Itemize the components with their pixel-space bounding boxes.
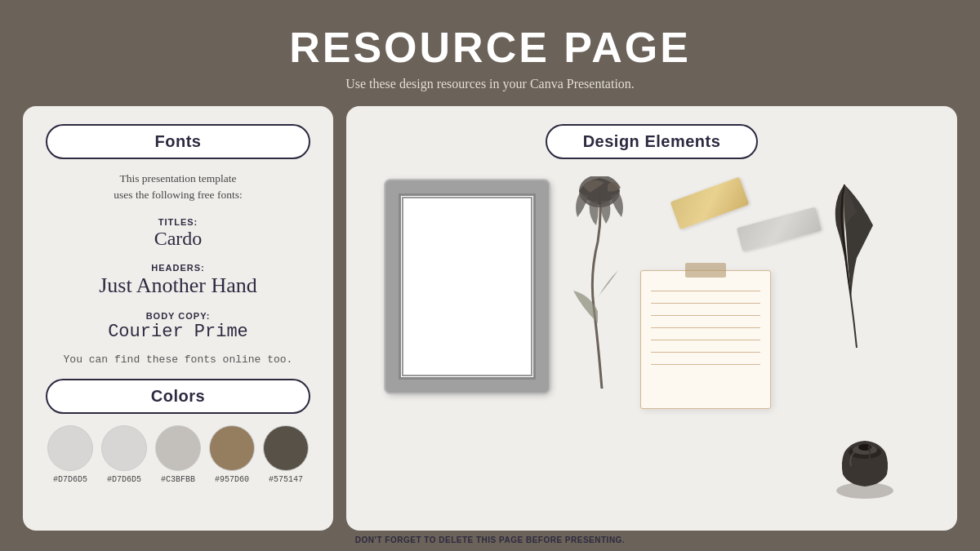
- swatch-circle-1: [47, 425, 93, 471]
- swatch-circle-2: [101, 425, 147, 471]
- body-font-name: Courier Prime: [46, 322, 310, 342]
- swatch-circle-3: [155, 425, 201, 471]
- swatch-hex-5: #575147: [269, 475, 303, 484]
- gray-tape: [737, 207, 822, 252]
- headers-font-entry: HEADERS: Just Another Hand: [46, 263, 310, 298]
- notepad-line-2: [651, 303, 760, 304]
- frame-outer: [385, 180, 549, 393]
- swatch-circle-4: [209, 425, 255, 471]
- fonts-note: You can find these fonts online too.: [46, 353, 310, 366]
- elements-area: [369, 172, 934, 514]
- swatch-hex-4: #957D60: [215, 475, 249, 484]
- notepad-line-3: [651, 315, 760, 316]
- design-elements-content: [369, 172, 934, 514]
- notepad-line-1: [651, 291, 760, 291]
- swatch-hex-3: #C3BFBB: [161, 475, 195, 484]
- frame-inner-decoration: [402, 197, 532, 376]
- notepad-line-6: [651, 352, 760, 353]
- notepad-line-7: [651, 364, 760, 365]
- right-panel: Design Elements: [346, 106, 957, 531]
- dried-rose: [549, 176, 655, 408]
- color-swatch-1: #D7D6D5: [47, 425, 93, 484]
- color-swatch-4: #957D60: [209, 425, 255, 484]
- design-elements-header: Design Elements: [369, 124, 934, 159]
- fonts-description-text: This presentation templateuses the follo…: [114, 172, 242, 201]
- titles-label: TITLES:: [46, 217, 310, 227]
- colors-swatches: #D7D6D5 #D7D6D5 #C3BFBB #957D60 #575147: [46, 425, 310, 484]
- gold-tape: [670, 177, 750, 230]
- color-swatch-5: #575147: [263, 425, 309, 484]
- swatch-hex-2: #D7D6D5: [107, 475, 141, 484]
- notepad-inner: [640, 270, 771, 409]
- color-swatch-3: #C3BFBB: [155, 425, 201, 484]
- quill-svg: [828, 176, 885, 356]
- headers-font-name: Just Another Hand: [46, 273, 310, 298]
- titles-font-name: Cardo: [46, 228, 310, 250]
- colors-badge: Colors: [46, 379, 310, 414]
- swatch-circle-5: [263, 425, 309, 471]
- colors-section: Colors #D7D6D5 #D7D6D5 #C3BFBB #957D60: [46, 379, 310, 484]
- footer-note: DON'T FORGET TO DELETE THIS PAGE BEFORE …: [332, 531, 648, 551]
- inkwell: [828, 429, 902, 506]
- main-content: Fonts This presentation templateuses the…: [0, 106, 980, 531]
- notepad-lines: [641, 291, 770, 365]
- color-swatch-2: #D7D6D5: [101, 425, 147, 484]
- notepad-tape: [685, 263, 726, 278]
- rose-svg: [549, 176, 655, 405]
- header-section: RESOURCE PAGE Use these design resources…: [0, 0, 980, 106]
- design-elements-badge: Design Elements: [546, 124, 758, 159]
- inkwell-svg: [828, 429, 902, 503]
- titles-font-entry: TITLES: Cardo: [46, 217, 310, 250]
- notepad-line-4: [651, 327, 760, 328]
- fonts-description: This presentation templateuses the follo…: [46, 171, 310, 204]
- fonts-badge: Fonts: [46, 124, 310, 159]
- quill-feather: [828, 176, 885, 359]
- body-label: BODY COPY:: [46, 311, 310, 321]
- notepad-line-5: [651, 340, 760, 340]
- left-panel: Fonts This presentation templateuses the…: [23, 106, 333, 531]
- body-font-entry: BODY COPY: Courier Prime: [46, 311, 310, 342]
- page-title: RESOURCE PAGE: [0, 23, 980, 72]
- footer-note-text: DON'T FORGET TO DELETE THIS PAGE BEFORE …: [355, 535, 625, 544]
- page-subtitle: Use these design resources in your Canva…: [0, 77, 980, 91]
- picture-frame: [385, 180, 549, 393]
- headers-label: HEADERS:: [46, 263, 310, 273]
- swatch-hex-1: #D7D6D5: [53, 475, 87, 484]
- notepad: [640, 270, 771, 409]
